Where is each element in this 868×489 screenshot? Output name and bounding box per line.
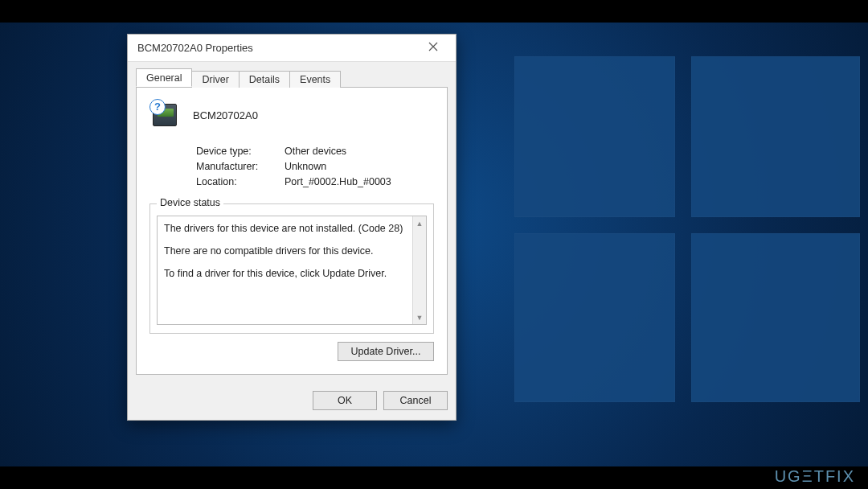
close-icon <box>428 42 438 54</box>
status-line-3: To find a driver for this device, click … <box>164 268 411 279</box>
manufacturer-value: Unknown <box>285 161 434 172</box>
device-name: BCM20702A0 <box>193 109 258 121</box>
window-title: BCM20702A0 Properties <box>137 42 417 54</box>
location-label: Location: <box>196 176 285 187</box>
dialog-button-row: OK Cancel <box>128 383 456 420</box>
letterbox-bottom <box>0 466 868 489</box>
tab-driver[interactable]: Driver <box>191 71 239 88</box>
device-type-label: Device type: <box>196 146 285 157</box>
device-properties: Device type: Other devices Manufacturer:… <box>196 146 434 187</box>
cancel-button[interactable]: Cancel <box>383 391 448 410</box>
device-status-group: Device status The drivers for this devic… <box>149 203 434 334</box>
scroll-down-icon[interactable]: ▼ <box>413 310 426 324</box>
watermark-text: UGΞTFIX <box>775 467 855 486</box>
windows-logo-icon <box>514 56 860 402</box>
ok-button[interactable]: OK <box>313 391 377 410</box>
device-status-legend: Device status <box>157 197 223 208</box>
tab-general[interactable]: General <box>136 68 192 87</box>
manufacturer-label: Manufacturer: <box>196 161 285 172</box>
device-properties-dialog: BCM20702A0 Properties General Driver Det… <box>127 34 457 421</box>
status-scrollbar[interactable]: ▲ ▼ <box>412 216 426 324</box>
letterbox-top <box>0 0 868 23</box>
tab-page-general: ? BCM20702A0 Device type: Other devices … <box>136 88 448 375</box>
tab-strip: General Driver Details Events <box>136 68 448 88</box>
titlebar[interactable]: BCM20702A0 Properties <box>128 35 456 62</box>
location-value: Port_#0002.Hub_#0003 <box>285 176 434 187</box>
device-status-textbox[interactable]: The drivers for this device are not inst… <box>157 216 427 325</box>
status-line-2: There are no compatible drivers for this… <box>164 245 411 257</box>
scroll-up-icon[interactable]: ▲ <box>413 216 426 230</box>
update-driver-button[interactable]: Update Driver... <box>338 342 434 361</box>
tab-events[interactable]: Events <box>289 71 341 88</box>
status-line-1: The drivers for this device are not inst… <box>164 223 411 234</box>
device-type-value: Other devices <box>285 146 434 157</box>
tab-details[interactable]: Details <box>239 71 290 88</box>
unknown-device-icon: ? <box>149 99 182 131</box>
close-button[interactable] <box>417 37 449 60</box>
